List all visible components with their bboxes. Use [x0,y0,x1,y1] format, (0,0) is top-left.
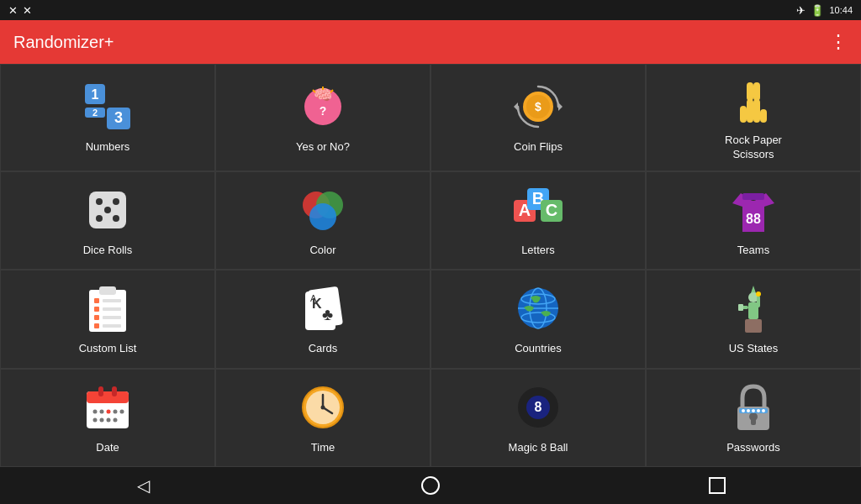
grid-item-yes-or-no[interactable]: 🧠 ? Yes or No? [215,64,430,171]
grid-item-magic-8-ball[interactable]: 8 Magic 8 Ball [430,369,646,467]
svg-rect-22 [753,82,760,101]
svg-point-27 [113,215,119,222]
8ball-icon: 8 [511,381,565,434]
airplane-icon: ✈ [796,4,806,17]
overflow-menu-button[interactable]: ⋮ [829,31,848,53]
svg-rect-43 [94,307,99,312]
countries-label: Countries [515,342,562,356]
time-label: Time [311,441,335,455]
grid-item-teams[interactable]: 88 Teams [646,171,861,270]
svg-marker-13 [514,102,518,111]
abc-icon: A B C [511,183,565,237]
coin-flips-label: Coin Flips [514,140,563,155]
svg-point-94 [747,409,750,412]
svg-point-77 [93,417,98,422]
svg-point-26 [96,215,103,222]
svg-text:$: $ [535,100,541,113]
grid-item-cards[interactable]: K ♣ A Cards [215,270,430,368]
svg-point-75 [114,409,118,413]
yes-or-no-label: Yes or No? [296,140,350,155]
home-button[interactable] [405,467,456,504]
dice-icon [81,183,135,237]
recent-square [709,477,726,494]
globe-icon [511,281,565,335]
svg-text:♣: ♣ [322,305,333,323]
main-grid: 1 2 3 Numbers 🧠 ? Yes or No? [0,64,861,467]
svg-rect-70 [98,386,103,396]
app-title: Randomizer+ [13,33,114,52]
grid-item-date[interactable]: Date [0,369,215,467]
list-icon [81,281,135,335]
svg-point-31 [309,203,336,230]
svg-point-97 [762,409,765,412]
svg-rect-47 [103,307,121,311]
svg-rect-71 [112,386,117,396]
grid-item-coin-flips[interactable]: $ Coin Flips [430,64,646,171]
svg-point-73 [100,409,104,413]
back-button[interactable]: ◁ [119,467,169,504]
statue-icon [726,281,780,335]
svg-rect-18 [753,99,760,123]
svg-point-95 [752,409,755,412]
svg-rect-45 [94,323,99,328]
svg-rect-42 [94,298,99,303]
svg-point-64 [756,291,761,297]
grid-item-color[interactable]: Color [215,171,430,270]
numbers-icon: 1 2 3 [81,80,135,134]
svg-text:?: ? [320,104,327,118]
grid-item-numbers[interactable]: 1 2 3 Numbers [0,64,215,171]
letters-label: Letters [521,244,555,258]
cards-label: Cards [309,342,338,356]
svg-rect-66 [738,304,743,311]
svg-point-24 [96,198,103,205]
status-bar-right: ✈ 🔋 10:44 [796,4,853,17]
grid-item-rock-paper-scissors[interactable]: Rock Paper Scissors [646,64,861,171]
svg-point-78 [100,417,104,422]
toolbar: Randomizer+ ⋮ [0,20,861,64]
svg-text:2: 2 [92,108,98,118]
svg-rect-17 [747,99,753,123]
battery-icon: 🔋 [811,4,824,17]
brain-icon: 🧠 ? [296,80,350,134]
grid-item-us-states[interactable]: US States [646,270,861,368]
settings-icon: ✕ [8,4,18,17]
status-bar: ✕ ✕ ✈ 🔋 10:44 [0,0,861,20]
svg-text:1: 1 [92,87,99,102]
svg-point-25 [113,198,119,205]
recent-button[interactable] [692,467,742,504]
grid-item-passwords[interactable]: Passwords [646,369,861,467]
hand-icon [726,73,780,127]
svg-point-96 [757,409,760,412]
custom-list-label: Custom List [79,342,137,356]
svg-rect-63 [757,296,760,307]
svg-point-80 [114,417,118,422]
passwords-label: Passwords [726,441,780,455]
svg-rect-19 [740,106,747,123]
svg-point-74 [107,409,111,413]
coin-icon: $ [511,80,565,134]
teams-label: Teams [737,244,769,258]
grid-item-dice-rolls[interactable]: Dice Rolls [0,171,215,270]
svg-text:A: A [310,293,317,303]
svg-text:8: 8 [535,400,542,414]
svg-rect-48 [103,316,121,319]
calendar-icon [81,381,135,434]
navigation-bar: ◁ [0,467,861,504]
svg-point-72 [93,409,98,413]
svg-rect-20 [760,109,767,123]
home-circle [421,476,440,495]
magic-8-ball-label: Magic 8 Ball [509,441,568,455]
svg-rect-69 [87,391,129,403]
color-label: Color [309,244,335,258]
us-states-label: US States [729,342,779,356]
svg-text:3: 3 [114,109,123,126]
svg-rect-41 [99,286,116,295]
wrench-icon: ✕ [23,4,32,17]
grid-item-custom-list[interactable]: Custom List [0,270,215,368]
grid-item-time[interactable]: Time [215,369,430,467]
grid-item-countries[interactable]: Countries [430,270,646,368]
svg-point-76 [120,409,124,413]
grid-item-letters[interactable]: A B C Letters [430,171,646,270]
svg-rect-91 [751,417,756,425]
date-label: Date [96,441,119,455]
